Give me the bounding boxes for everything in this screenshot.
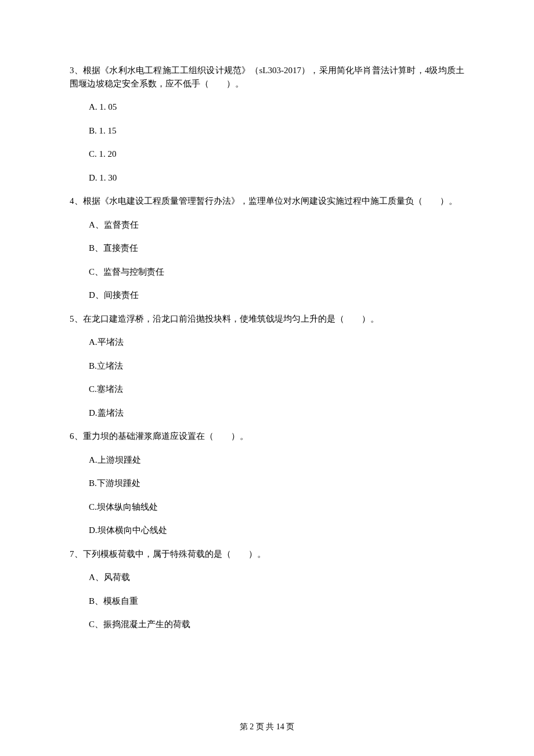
option-d: D.坝体横向中心线处 bbox=[89, 524, 464, 537]
option-b: B.立堵法 bbox=[89, 359, 464, 373]
question-options: A.上游坝踵处 B.下游坝踵处 C.坝体纵向轴线处 D.坝体横向中心线处 bbox=[70, 453, 464, 537]
option-c: C、监督与控制责任 bbox=[89, 265, 464, 279]
option-a: A、风荷载 bbox=[89, 571, 464, 584]
option-d: D. 1. 30 bbox=[89, 171, 464, 185]
option-a: A.上游坝踵处 bbox=[89, 453, 464, 467]
question-3: 3、根据《水利水电工程施工工组织设计规范》（sL303-2017），采用简化毕肖… bbox=[70, 64, 464, 184]
option-a: A. 1. 05 bbox=[89, 100, 464, 114]
question-stem: 6、重力坝的基础灌浆廊道应设置在（ ）。 bbox=[70, 430, 464, 443]
question-stem: 7、下列模板荷载中，属于特殊荷载的是（ ）。 bbox=[70, 548, 464, 561]
question-stem: 3、根据《水利水电工程施工工组织设计规范》（sL303-2017），采用简化毕肖… bbox=[70, 64, 464, 90]
option-c: C.坝体纵向轴线处 bbox=[89, 501, 464, 514]
question-stem: 5、在龙口建造浮桥，沿龙口前沿抛投块料，使堆筑戗堤均匀上升的是（ ）。 bbox=[70, 312, 464, 326]
page-footer: 第 2 页 共 14 页 bbox=[0, 721, 534, 733]
option-c: C.塞堵法 bbox=[89, 383, 464, 396]
option-b: B、模板自重 bbox=[89, 595, 464, 608]
option-a: A.平堵法 bbox=[89, 336, 464, 349]
option-d: D.盖堵法 bbox=[89, 406, 464, 420]
option-c: C、振捣混凝土产生的荷载 bbox=[89, 618, 464, 631]
option-b: B、直接责任 bbox=[89, 242, 464, 255]
question-options: A、风荷载 B、模板自重 C、振捣混凝土产生的荷载 bbox=[70, 571, 464, 631]
page-container: 3、根据《水利水电工程施工工组织设计规范》（sL303-2017），采用简化毕肖… bbox=[0, 0, 534, 756]
question-4: 4、根据《水电建设工程质量管理暂行办法》，监理单位对水闸建设实施过程中施工质量负… bbox=[70, 195, 464, 302]
question-7: 7、下列模板荷载中，属于特殊荷载的是（ ）。 A、风荷载 B、模板自重 C、振捣… bbox=[70, 548, 464, 631]
option-d: D、间接责任 bbox=[89, 289, 464, 302]
option-a: A、监督责任 bbox=[89, 218, 464, 232]
question-6: 6、重力坝的基础灌浆廊道应设置在（ ）。 A.上游坝踵处 B.下游坝踵处 C.坝… bbox=[70, 430, 464, 537]
question-options: A、监督责任 B、直接责任 C、监督与控制责任 D、间接责任 bbox=[70, 218, 464, 302]
question-stem: 4、根据《水电建设工程质量管理暂行办法》，监理单位对水闸建设实施过程中施工质量负… bbox=[70, 195, 464, 208]
question-options: A. 1. 05 B. 1. 15 C. 1. 20 D. 1. 30 bbox=[70, 100, 464, 184]
option-b: B. 1. 15 bbox=[89, 124, 464, 138]
question-5: 5、在龙口建造浮桥，沿龙口前沿抛投块料，使堆筑戗堤均匀上升的是（ ）。 A.平堵… bbox=[70, 312, 464, 420]
question-options: A.平堵法 B.立堵法 C.塞堵法 D.盖堵法 bbox=[70, 336, 464, 419]
option-b: B.下游坝踵处 bbox=[89, 477, 464, 490]
option-c: C. 1. 20 bbox=[89, 147, 464, 161]
